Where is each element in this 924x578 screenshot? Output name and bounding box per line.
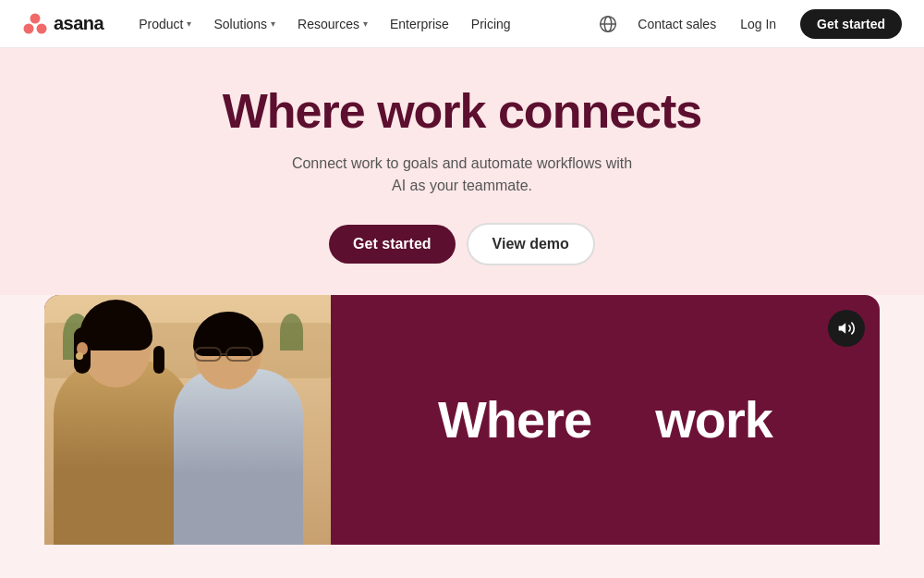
chevron-down-icon: ▾: [187, 18, 191, 29]
view-demo-button[interactable]: View demo: [467, 223, 595, 265]
nav-item-product[interactable]: Product ▾: [129, 11, 201, 37]
nav-links: Product ▾ Solutions ▾ Resources ▾ Enterp…: [129, 11, 519, 37]
chevron-down-icon: ▾: [363, 18, 368, 29]
get-started-hero-button[interactable]: Get started: [329, 225, 455, 264]
get-started-nav-button[interactable]: Get started: [800, 9, 902, 39]
nav-item-resources[interactable]: Resources ▾: [288, 11, 377, 37]
nav-item-solutions[interactable]: Solutions ▾: [204, 11, 285, 37]
nav-item-enterprise[interactable]: Enterprise: [381, 11, 458, 37]
asana-logo-icon: [22, 11, 48, 37]
logo-text: asana: [54, 13, 103, 34]
sound-button[interactable]: [828, 310, 865, 347]
nav-item-pricing[interactable]: Pricing: [462, 11, 520, 37]
video-banner: Where work: [44, 295, 880, 545]
hero-buttons: Get started View demo: [329, 223, 595, 265]
video-text-area: Where work: [331, 373, 880, 467]
globe-button[interactable]: [593, 9, 623, 39]
contact-sales-link[interactable]: Contact sales: [638, 17, 716, 31]
video-thumbnail: [44, 295, 331, 545]
login-button[interactable]: Log In: [731, 11, 785, 37]
speaker-icon: [837, 319, 856, 338]
svg-point-0: [30, 13, 41, 23]
hero-section: Where work connects Connect work to goal…: [0, 48, 924, 295]
hero-title: Where work connects: [223, 85, 701, 138]
chevron-down-icon: ▾: [271, 18, 275, 29]
video-tagline: Where work: [438, 391, 772, 449]
globe-icon: [599, 15, 617, 33]
svg-point-1: [24, 23, 34, 33]
hero-subtitle: Connect work to goals and automate workf…: [286, 153, 638, 197]
svg-point-2: [37, 23, 47, 33]
navbar: asana Product ▾ Solutions ▾ Resources ▾ …: [0, 0, 924, 48]
navbar-right: Contact sales Log In Get started: [593, 9, 902, 39]
logo[interactable]: asana: [22, 11, 103, 37]
navbar-left: asana Product ▾ Solutions ▾ Resources ▾ …: [22, 11, 520, 37]
